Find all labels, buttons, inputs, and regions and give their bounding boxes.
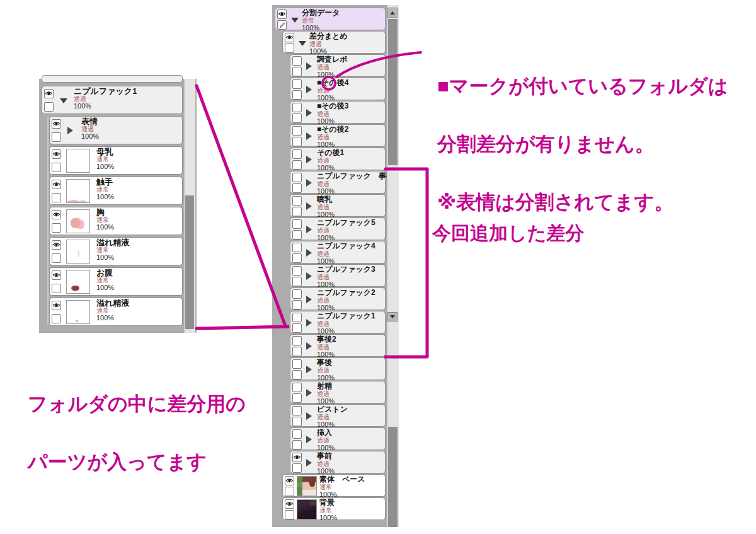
layer-row[interactable]: ■その後2通過100%	[290, 124, 386, 147]
layer-thumbnail[interactable]	[66, 149, 90, 173]
secondary-checkbox[interactable]	[292, 393, 302, 403]
expand-triangle-icon[interactable]	[306, 319, 312, 327]
visibility-checkbox[interactable]	[292, 219, 302, 229]
layer-row[interactable]: 溢れ精液通常100%	[49, 298, 183, 326]
layer-row[interactable]: 調査レポ通過100%	[290, 54, 386, 77]
secondary-checkbox[interactable]	[292, 90, 302, 100]
layer-thumbnail[interactable]	[66, 209, 90, 233]
layer-row[interactable]: 事前通過100%	[290, 451, 386, 473]
visibility-checkbox[interactable]	[292, 383, 302, 392]
layer-row[interactable]: 触手通常100%	[49, 177, 183, 205]
secondary-checkbox[interactable]	[285, 487, 294, 496]
expand-triangle-icon[interactable]	[306, 272, 312, 280]
secondary-checkbox[interactable]	[292, 160, 302, 170]
visibility-checkbox[interactable]	[285, 499, 294, 509]
visibility-checkbox[interactable]	[292, 453, 302, 462]
visibility-checkbox[interactable]	[292, 243, 302, 252]
expand-triangle-icon[interactable]	[306, 109, 312, 117]
visibility-checkbox[interactable]	[292, 406, 302, 415]
secondary-checkbox[interactable]	[292, 417, 302, 426]
layer-row[interactable]: 表情通過100%	[49, 116, 183, 144]
visibility-checkbox[interactable]	[277, 9, 287, 19]
visibility-checkbox[interactable]	[52, 119, 61, 129]
layer-row[interactable]: 溢れ精液通常100%	[49, 237, 183, 265]
layer-thumbnail[interactable]	[66, 179, 90, 203]
layer-thumbnail[interactable]	[66, 240, 90, 264]
layer-row[interactable]: 噴乳通過100%	[290, 194, 386, 217]
layer-row[interactable]: ニプルファック1通過100%	[290, 311, 386, 334]
layer-thumbnail[interactable]	[66, 270, 90, 294]
layer-row[interactable]: ■その後4通過100%	[290, 78, 386, 100]
layer-row[interactable]: 胸通常100%	[49, 207, 183, 235]
secondary-checkbox[interactable]	[292, 370, 302, 380]
expand-triangle-icon[interactable]	[306, 179, 312, 187]
secondary-checkbox[interactable]	[292, 323, 302, 333]
visibility-checkbox[interactable]	[292, 359, 302, 369]
secondary-checkbox[interactable]	[292, 207, 302, 216]
expand-triangle-icon[interactable]	[306, 412, 312, 420]
visibility-checkbox[interactable]	[292, 313, 302, 322]
secondary-checkbox[interactable]	[292, 230, 302, 240]
right-scrollbar-thumb-lower[interactable]	[388, 427, 398, 527]
edit-lock-checkbox[interactable]	[277, 20, 287, 30]
layer-row[interactable]: 事後2通過100%	[290, 334, 386, 357]
layer-row[interactable]: 挿入通過100%	[290, 427, 386, 450]
secondary-checkbox[interactable]	[292, 67, 302, 76]
secondary-checkbox[interactable]	[285, 510, 294, 519]
visibility-checkbox[interactable]	[52, 270, 61, 280]
visibility-checkbox[interactable]	[292, 266, 302, 276]
scrollbar-up-button[interactable]	[387, 8, 398, 18]
layer-row[interactable]: ニプルファック2通過100%	[290, 287, 386, 310]
expand-triangle-icon[interactable]	[67, 127, 73, 134]
visibility-checkbox[interactable]	[52, 240, 61, 250]
layer-row[interactable]: 射精通過100%	[290, 381, 386, 403]
visibility-checkbox[interactable]	[292, 126, 302, 136]
layer-row[interactable]: ピストン通過100%	[290, 404, 386, 427]
expand-triangle-icon[interactable]	[306, 86, 312, 93]
expand-triangle-icon[interactable]	[306, 249, 312, 257]
secondary-checkbox[interactable]	[52, 314, 61, 323]
visibility-checkbox[interactable]	[44, 89, 54, 98]
expand-triangle-icon[interactable]	[306, 342, 312, 350]
expand-triangle-icon[interactable]	[306, 62, 312, 70]
layer-thumbnail[interactable]	[66, 300, 90, 324]
secondary-checkbox[interactable]	[292, 463, 302, 473]
layer-row[interactable]: ニプルファック5通過100%	[290, 218, 386, 240]
visibility-checkbox[interactable]	[52, 301, 61, 310]
secondary-checkbox[interactable]	[285, 44, 294, 53]
secondary-checkbox[interactable]	[44, 102, 54, 112]
layer-row[interactable]: ニプルファック3通過100%	[290, 264, 386, 287]
visibility-checkbox[interactable]	[52, 210, 61, 219]
visibility-checkbox[interactable]	[285, 476, 294, 485]
collapse-triangle-icon[interactable]	[291, 18, 299, 23]
visibility-checkbox[interactable]	[292, 56, 302, 66]
layer-row[interactable]: 事後通過100%	[290, 357, 386, 380]
secondary-checkbox[interactable]	[52, 223, 61, 233]
right-scrollbar-thumb-upper[interactable]	[388, 19, 398, 165]
visibility-checkbox[interactable]	[52, 180, 61, 189]
expand-triangle-icon[interactable]	[306, 366, 312, 373]
secondary-checkbox[interactable]	[292, 277, 302, 286]
expand-triangle-icon[interactable]	[306, 156, 312, 163]
layer-row[interactable]: その後1通過100%	[290, 148, 386, 170]
layer-thumbnail[interactable]	[297, 499, 317, 519]
layer-row[interactable]: 分割データ通常100%	[275, 8, 386, 30]
secondary-checkbox[interactable]	[52, 163, 61, 172]
visibility-checkbox[interactable]	[292, 196, 302, 206]
collapse-triangle-icon[interactable]	[299, 41, 306, 46]
visibility-checkbox[interactable]	[292, 173, 302, 182]
visibility-checkbox[interactable]	[292, 336, 302, 345]
expand-triangle-icon[interactable]	[306, 226, 312, 233]
layer-row[interactable]: 差分まとめ通過100%	[282, 31, 386, 54]
secondary-checkbox[interactable]	[292, 137, 302, 146]
layer-row[interactable]: お腹通常100%	[49, 267, 183, 296]
left-scrollbar-thumb[interactable]	[185, 195, 194, 329]
visibility-checkbox[interactable]	[292, 429, 302, 439]
expand-triangle-icon[interactable]	[306, 436, 312, 443]
layer-row[interactable]: ニプルファック1通過100%	[42, 86, 183, 114]
secondary-checkbox[interactable]	[292, 253, 302, 263]
expand-triangle-icon[interactable]	[306, 132, 312, 140]
expand-triangle-icon[interactable]	[306, 202, 312, 210]
layer-row[interactable]: ニプルファック 事後通過100%	[290, 171, 386, 194]
visibility-checkbox[interactable]	[292, 103, 302, 112]
